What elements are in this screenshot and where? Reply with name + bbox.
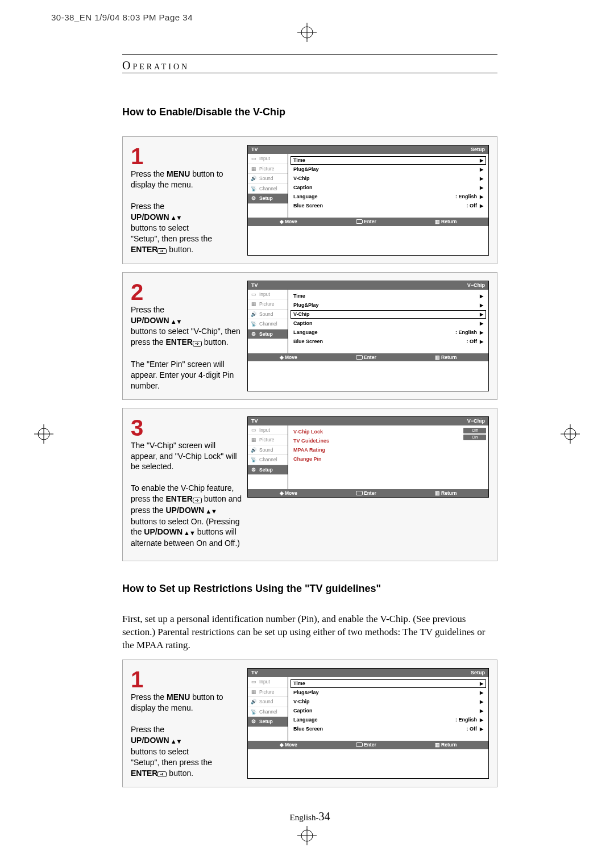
- enter-icon: [193, 337, 202, 348]
- svg-rect-19: [356, 743, 362, 747]
- step-2-text: 2 Press the UP/DOWN buttons to select "V…: [131, 281, 242, 391]
- registration-mark-top: [297, 23, 317, 42]
- vchip-off-badge: Off: [463, 428, 486, 433]
- osd-setup-time-2: TVSetup ▭Input ▦Picture 🔊Sound 📡Channel …: [247, 668, 489, 779]
- up-down-arrows-icon: [182, 527, 195, 538]
- section-heading: Operation: [122, 59, 497, 72]
- step-1-tvguide: 1 Press the MENU button to display the m…: [122, 660, 497, 787]
- step-1: 1 Press the MENU button to display the m…: [122, 136, 497, 264]
- step-1-text: 1 Press the MENU button to display the m…: [131, 145, 242, 256]
- enter-icon: [193, 494, 202, 505]
- osd-side-setup: ⚙Setup: [248, 194, 288, 204]
- print-job-header: 30-38_EN 1/9/04 8:03 PM Page 34: [51, 12, 193, 22]
- up-down-arrows-icon: [169, 736, 182, 746]
- registration-mark-left: [34, 424, 53, 444]
- heading-enable-vchip: How to Enable/Disable the V-Chip: [122, 106, 497, 118]
- osd-side-sound: 🔊Sound: [248, 174, 288, 184]
- vchip-on-badge: On: [463, 435, 486, 440]
- heading-tv-guidelines: How to Set up Restrictions Using the "TV…: [122, 583, 497, 595]
- osd-side-input: ▭Input: [248, 154, 288, 164]
- step-2: 2 Press the UP/DOWN buttons to select "V…: [122, 272, 497, 400]
- svg-rect-17: [356, 491, 362, 495]
- step-number-1: 1: [131, 145, 242, 168]
- osd-setup-vchip: TVV−Chip ▭Input ▦Picture 🔊Sound 📡Channel…: [247, 281, 489, 391]
- osd-vchip-screen: TVV−Chip ▭Input ▦Picture 🔊Sound 📡Channel…: [247, 416, 489, 498]
- svg-rect-15: [356, 355, 362, 359]
- step-number-3: 3: [131, 416, 242, 439]
- enter-icon: [157, 245, 167, 256]
- up-down-arrows-icon: [204, 506, 217, 516]
- step-number-2: 2: [131, 281, 242, 303]
- enter-icon: [157, 768, 167, 779]
- registration-mark-bottom: [297, 826, 317, 845]
- svg-rect-13: [356, 220, 362, 224]
- up-down-arrows-icon: [169, 212, 182, 223]
- step-3-text: 3 The "V-Chip" screen will appear, and "…: [131, 416, 242, 553]
- intro-paragraph: First, set up a personal identification …: [122, 613, 497, 652]
- step-1-tvguide-text: 1 Press the MENU button to display the m…: [131, 668, 242, 779]
- registration-mark-right: [561, 424, 580, 444]
- up-down-arrows-icon: [169, 316, 182, 327]
- page-footer: English-34: [122, 810, 497, 823]
- osd-side-picture: ▦Picture: [248, 164, 288, 174]
- step-3: 3 The "V-Chip" screen will appear, and "…: [122, 408, 497, 561]
- step-number-1b: 1: [131, 668, 242, 691]
- osd-setup-time: TVSetup ▭Input ▦Picture 🔊Sound 📡Channel …: [247, 145, 489, 256]
- osd-side-channel: 📡Channel: [248, 184, 288, 194]
